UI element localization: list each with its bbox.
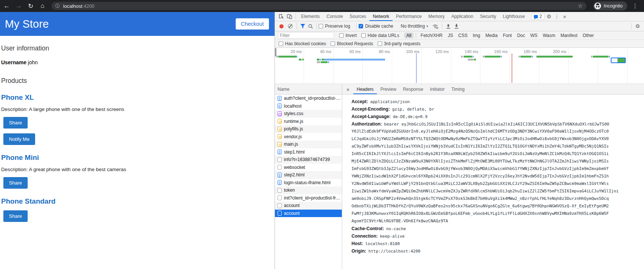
- issues-count: 2: [539, 14, 542, 19]
- devtools-tab-console[interactable]: Console: [323, 12, 346, 21]
- checkout-button[interactable]: Checkout: [236, 18, 269, 30]
- request-row[interactable]: init?client_id=productlist-fro...: [275, 194, 342, 202]
- 3rd-party-requests-checkbox[interactable]: [378, 41, 382, 46]
- filter-type-js[interactable]: JS: [446, 33, 455, 38]
- waterfall-bar: [536, 56, 573, 58]
- devtools-tab-network[interactable]: Network: [369, 12, 393, 21]
- filter-type-manifest[interactable]: Manifest: [558, 33, 579, 38]
- request-row[interactable]: account: [275, 210, 342, 217]
- network-conditions-icon[interactable]: [431, 24, 440, 29]
- header-entry-continuation: Y2NvdW50IiwibWFuYWdlLWFjY291bnQtbGlua3Mi…: [352, 180, 644, 188]
- detail-tab-initiator[interactable]: Initiator: [427, 84, 448, 94]
- devtools-close-icon[interactable]: ×: [560, 13, 569, 20]
- request-row[interactable]: token: [275, 186, 342, 194]
- detail-tab-response[interactable]: Response: [400, 84, 427, 94]
- filter-input[interactable]: [278, 32, 334, 38]
- product-title-phone-standard[interactable]: Phone Standard: [1, 197, 271, 205]
- has-blocked-cookies-checkbox[interactable]: [279, 41, 283, 46]
- request-row[interactable]: step1.html: [275, 148, 342, 156]
- browser-menu-icon[interactable]: ⋮: [632, 3, 638, 9]
- filter-type-all[interactable]: All: [404, 33, 414, 38]
- network-overview-waterfall[interactable]: 20 ms40 ms60 ms80 ms100 ms120 ms140 ms16…: [275, 48, 644, 84]
- close-detail-icon[interactable]: ×: [342, 86, 353, 93]
- header-entry-continuation: IiwiZW1haWxfdmVyaWZpZWQiOmZhbHNlLCJwcmVm…: [352, 188, 644, 195]
- request-row[interactable]: info?t=1638874674739: [275, 156, 342, 164]
- invert-checkbox[interactable]: [339, 33, 344, 38]
- disable-cache-checkbox[interactable]: ✓: [359, 24, 363, 28]
- request-row[interactable]: websocket: [275, 164, 342, 171]
- request-row[interactable]: auth?client_id=productlist-fr...: [275, 95, 342, 102]
- header-entry: Cache-Control:no-cache: [352, 225, 644, 232]
- detail-tab-preview[interactable]: Preview: [377, 84, 400, 94]
- devtools-panel: ElementsConsoleSourcesNetworkPerformance…: [275, 12, 644, 269]
- request-row[interactable]: runtime.js: [275, 118, 342, 126]
- record-icon[interactable]: [279, 24, 284, 28]
- share-button[interactable]: Share: [3, 210, 28, 222]
- devtools-tab-performance[interactable]: Performance: [393, 12, 425, 21]
- filter-type-img[interactable]: Img: [470, 33, 482, 38]
- header-name: Accept-Language:: [352, 114, 391, 119]
- filter-type-other[interactable]: Other: [580, 33, 596, 38]
- home-icon[interactable]: ⌂: [37, 1, 48, 11]
- request-row[interactable]: account: [275, 202, 342, 210]
- clear-icon[interactable]: [288, 24, 292, 28]
- inspect-element-icon[interactable]: [277, 14, 285, 19]
- product-title-phone-mini[interactable]: Phone Mini: [1, 154, 271, 162]
- devtools-tab-elements[interactable]: Elements: [298, 12, 323, 21]
- site-info-icon[interactable]: ⓘ: [55, 3, 60, 9]
- domcontentloaded-event-line: [416, 53, 417, 83]
- request-table-name-header[interactable]: Name: [275, 84, 342, 95]
- request-name: runtime.js: [284, 119, 303, 124]
- devtools-tab-application[interactable]: Application: [448, 12, 477, 21]
- preserve-log-checkbox[interactable]: [319, 24, 323, 28]
- share-button[interactable]: Share: [3, 177, 28, 189]
- product-title-phone-xl[interactable]: Phone XL: [1, 93, 271, 102]
- network-settings-icon[interactable]: ⚙: [634, 23, 642, 29]
- hide-data-urls-checkbox[interactable]: [361, 33, 366, 38]
- waterfall-bar: [483, 56, 484, 58]
- devtools-tab-sources[interactable]: Sources: [346, 12, 369, 21]
- search-icon[interactable]: [306, 24, 315, 29]
- filter-type-doc[interactable]: Doc: [515, 33, 527, 38]
- devtools-settings-icon[interactable]: ⚙: [545, 13, 554, 19]
- header-name: Connection:: [352, 234, 378, 239]
- plain-resource-icon: [278, 211, 282, 216]
- preserve-log-label: Preserve log: [325, 24, 350, 29]
- network-main-area: Name auth?client_id=productlist-fr...loc…: [275, 84, 644, 269]
- filter-type-wasm[interactable]: Wasm: [541, 33, 558, 38]
- export-har-icon[interactable]: [452, 24, 461, 29]
- bookmark-star-icon[interactable]: ☆: [578, 3, 583, 9]
- issues-badge[interactable]: 2: [531, 13, 545, 20]
- devtools-tab-lighthouse[interactable]: Lighthouse: [499, 12, 528, 21]
- address-bar[interactable]: ⓘ localhost:4200 ☆: [52, 2, 586, 10]
- request-row[interactable]: localhost: [275, 102, 342, 110]
- throttling-dropdown[interactable]: No throttling ▾: [401, 24, 428, 29]
- devtools-tab-memory[interactable]: Memory: [425, 12, 448, 21]
- reload-icon[interactable]: ↻: [25, 1, 36, 11]
- request-row[interactable]: step2.html: [275, 171, 342, 179]
- notify-me-button[interactable]: Notify Me: [3, 133, 35, 145]
- request-row[interactable]: styles.css: [275, 110, 342, 118]
- filter-type-font[interactable]: Font: [501, 33, 514, 38]
- filter-type-media[interactable]: Media: [483, 33, 500, 38]
- devtools-more-icon[interactable]: ⋮: [554, 13, 560, 19]
- ruler-tick-label: 120 ms: [435, 49, 451, 54]
- devtools-tab-security[interactable]: Security: [477, 12, 499, 21]
- request-row[interactable]: vendor.js: [275, 133, 342, 141]
- back-icon[interactable]: ←: [1, 1, 12, 11]
- import-har-icon[interactable]: [444, 24, 452, 29]
- filter-type-ws[interactable]: WS: [528, 33, 540, 38]
- filter-type-fetch-xhr[interactable]: Fetch/XHR: [418, 33, 445, 38]
- ruler-tick-label: 80 ms: [379, 49, 392, 54]
- blocked-requests-checkbox[interactable]: [331, 41, 335, 46]
- share-button[interactable]: Share: [3, 117, 28, 129]
- device-toolbar-icon[interactable]: [285, 14, 294, 19]
- forward-icon[interactable]: →: [13, 1, 24, 11]
- filter-type-css[interactable]: CSS: [456, 33, 470, 38]
- detail-tab-timing[interactable]: Timing: [448, 84, 468, 94]
- request-row[interactable]: polyfills.js: [275, 125, 342, 133]
- filter-icon[interactable]: [299, 24, 306, 28]
- request-row[interactable]: login-status-iframe.html: [275, 179, 342, 187]
- request-row[interactable]: main.js: [275, 140, 342, 148]
- detail-tab-headers[interactable]: Headers: [353, 84, 377, 94]
